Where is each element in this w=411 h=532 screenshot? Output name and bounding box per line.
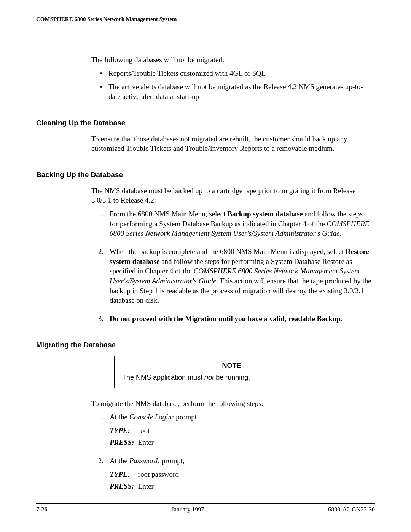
kv-label: PRESS:: [110, 481, 136, 491]
text: .: [340, 229, 342, 237]
kv-row: PRESS: Enter: [110, 438, 372, 447]
kv-label: TYPE:: [110, 426, 136, 436]
text: When the backup is complete and the 6800…: [110, 248, 346, 256]
migrating-steps: At the Console Login: prompt, TYPE: root…: [91, 412, 372, 491]
section-heading-cleaning: Cleaning Up the Database: [36, 119, 375, 127]
running-head: COMSPHERE 6800 Series Network Management…: [36, 16, 375, 24]
note-body: The NMS application must not be running.: [122, 374, 341, 382]
text: At the: [110, 413, 129, 421]
section-heading-migrating: Migrating the Database: [36, 341, 375, 349]
footer-date: January 1997: [171, 506, 204, 513]
italic-text: Password:: [129, 457, 160, 465]
list-item: The active alerts database will not be m…: [91, 82, 372, 101]
bold-text: Backup system database: [227, 210, 303, 218]
cleaning-para: To ensure that those databases not migra…: [91, 134, 372, 153]
text: From the 6800 NMS Main Menu, select: [110, 210, 227, 218]
migrating-body: NOTE The NMS application must not be run…: [91, 356, 372, 491]
backing-para: The NMS database must be backed up to a …: [91, 186, 372, 205]
text: The NMS application must: [122, 374, 204, 381]
backing-body: The NMS database must be backed up to a …: [91, 186, 372, 324]
bold-text: Do not proceed with the Migration until …: [110, 315, 342, 323]
backing-steps: From the 6800 NMS Main Menu, select Back…: [91, 209, 372, 323]
page: COMSPHERE 6800 Series Network Management…: [0, 0, 411, 532]
section-heading-backing: Backing Up the Database: [36, 171, 375, 179]
page-number: 7-26: [36, 506, 47, 513]
list-item: Do not proceed with the Migration until …: [91, 314, 372, 324]
intro-bullet-list: Reports/Trouble Tickets customized with …: [91, 69, 372, 102]
list-item: At the Password: prompt, TYPE: root pass…: [91, 456, 372, 491]
cleaning-body: To ensure that those databases not migra…: [91, 134, 372, 153]
footer-doc-id: 6800-A2-GN22-30: [328, 506, 375, 513]
list-item: From the 6800 NMS Main Menu, select Back…: [91, 209, 372, 238]
kv-value: Enter: [138, 482, 154, 490]
intro-lead: The following databases will not be migr…: [91, 55, 372, 65]
text: be running.: [214, 374, 250, 381]
kv-row: PRESS: Enter: [110, 481, 372, 491]
page-content: The following databases will not be migr…: [36, 24, 375, 491]
note-title: NOTE: [122, 362, 341, 370]
list-item: Reports/Trouble Tickets customized with …: [91, 69, 372, 78]
kv-row: TYPE: root password: [110, 470, 372, 479]
text: prompt,: [174, 413, 198, 421]
kv-label: TYPE:: [110, 470, 136, 479]
kv-value: Enter: [138, 438, 154, 446]
page-footer: 7-26 January 1997 6800-A2-GN22-30: [36, 503, 375, 513]
kv-row: TYPE: root: [110, 426, 372, 436]
italic-text: not: [204, 374, 214, 381]
kv-label: PRESS:: [110, 438, 136, 447]
kv-value: root: [138, 427, 150, 435]
migrating-para: To migrate the NMS database, perform the…: [91, 399, 372, 409]
step-type-row: TYPE: root PRESS: Enter: [110, 426, 372, 447]
list-item: When the backup is complete and the 6800…: [91, 247, 372, 305]
kv-value: root password: [138, 470, 179, 478]
list-item: At the Console Login: prompt, TYPE: root…: [91, 412, 372, 447]
italic-text: Console Login:: [129, 413, 174, 421]
intro-block: The following databases will not be migr…: [91, 55, 372, 102]
step-type-row: TYPE: root password PRESS: Enter: [110, 470, 372, 491]
note-box: NOTE The NMS application must not be run…: [114, 356, 349, 388]
text: At the: [110, 457, 129, 465]
text: prompt,: [160, 457, 184, 465]
